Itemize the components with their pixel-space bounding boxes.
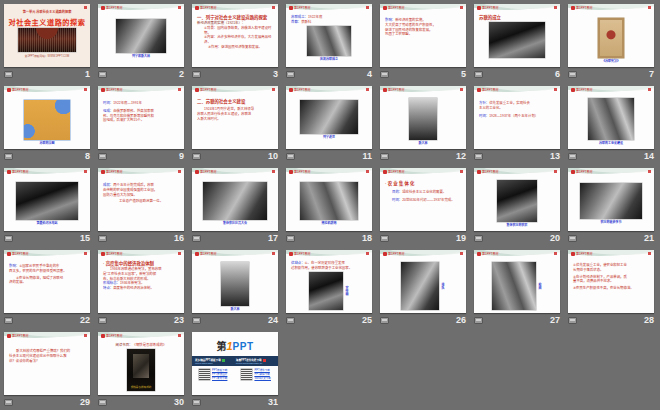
slideshow-icon[interactable] <box>474 317 483 324</box>
slideshow-icon[interactable] <box>380 317 389 324</box>
slideshow-icon[interactable] <box>380 235 389 242</box>
logo-text: 第1PPT素材 <box>12 252 29 256</box>
photo-caption: 苏联的工业化建设 <box>573 141 649 145</box>
slide-thumbnail[interactable]: 第1PPT素材拖拉机耕地 <box>286 168 372 231</box>
slide-thumbnail[interactable]: 第1PPT素材优缺点：①、在一定历史阶段里发挥过积极作用，使苏联跻身于工业化国家… <box>286 250 372 313</box>
slide-thumbnail[interactable]: 第1PPT素材列宁逝世 <box>286 86 372 149</box>
slide-thumbnail[interactable]: 第1PPT素材方针：优先发展重工业，实现社会主义的工业化。时间：1928—193… <box>474 86 560 149</box>
slide-thumbnail[interactable]: 第1PPT素材· 农 业 集 体 化目的：适应社会主义工业化的需要。时间：20世… <box>380 168 466 231</box>
corner-mark-icon <box>648 252 651 255</box>
slideshow-icon[interactable] <box>98 317 107 324</box>
slideshow-icon[interactable] <box>98 235 107 242</box>
slideshow-icon[interactable] <box>474 153 483 160</box>
slide-thumbnail[interactable]: 第1PPT素材第聂伯河水电站 <box>4 168 90 231</box>
logo-text: 第1PPT素材 <box>576 252 593 256</box>
slideshow-icon[interactable] <box>4 317 13 324</box>
slideshow-icon[interactable] <box>568 153 577 160</box>
brand-link[interactable]: Word范文下载 <box>254 377 271 381</box>
slide-thumbnail[interactable]: 第1PPT素材影响：①国家从农民手中拿走的东西太多，农民的生产积极性受到损害。②… <box>4 250 90 313</box>
brand-link[interactable]: PPT素材下载 <box>212 377 227 381</box>
slide-number: 16 <box>174 232 184 245</box>
logo-text: 第1PPT素材 <box>200 88 217 92</box>
slide-thumbnail[interactable]: 第1PPT素材一、列宁对社会主义建设道路的探索新经济政策的实施（1921年）：①… <box>192 4 278 67</box>
slide-cell: 第1PPT素材苏联成立：1922年底首都：莫斯科庆祝苏联成立4 <box>283 0 377 82</box>
slide-thumbnail[interactable]: 第1PPT素材斯大林 <box>192 250 278 313</box>
slideshow-icon[interactable] <box>192 153 201 160</box>
slide-thumbnail[interactable]: 第1PPT素材· 高度集中的经济政治体制1936年苏联通过新宪法，宣布苏联是“工… <box>98 250 184 313</box>
corner-mark-icon <box>366 252 369 255</box>
slide-thumbnail[interactable]: 第1PPT素材苏联的工业化建设 <box>568 86 654 149</box>
slideshow-icon[interactable] <box>4 235 13 242</box>
slideshow-icon[interactable] <box>98 153 107 160</box>
slideshow-icon[interactable] <box>192 399 201 406</box>
slide-text-line: 入斯大林时代。 <box>197 117 273 122</box>
slide-number: 24 <box>268 314 278 327</box>
logo-text: 第1PPT素材 <box>388 6 405 10</box>
slide-thumbnail[interactable]: 第1PPT素材阅读书目：《钢铁是怎样炼成的》钢铁是怎样炼成的 <box>98 332 184 395</box>
slideshow-icon[interactable] <box>4 399 13 406</box>
logo-flag-icon <box>195 252 199 256</box>
photo-caption: 斯大林 <box>385 141 461 145</box>
slide-text-line: 特点：高度集中的经济政治体制。 <box>103 286 179 291</box>
slide-thumbnail[interactable]: 第1PPT素材二、苏联的社会主义建设1924年1月列宁逝世，斯大林领导苏联人民进… <box>192 86 278 149</box>
photo-block: 宣传画 <box>291 272 367 310</box>
slide-thumbnail[interactable]: 第1PPT素材斯大林模式有哪些严重弊端？我们的社会主义现代化建设应从中吸取什么教… <box>4 332 90 395</box>
corner-mark-icon <box>554 252 557 255</box>
slide-thumbnail[interactable]: 第1PPT素材集体农庄的农民 <box>474 168 560 231</box>
slide-logo: 第1PPT素材 <box>7 88 29 92</box>
slide-thumbnail[interactable]: 第1PPT素材成就：两个五年计划完成后，苏联由传统的农业国变成强盛的工业国，国防… <box>98 168 184 231</box>
slide-thumbnail[interactable]: 第1PPT素材苏联成立：1922年底首都：莫斯科庆祝苏联成立 <box>286 4 372 67</box>
corner-mark-icon <box>648 88 651 91</box>
slide-thumbnail[interactable]: 第1PPT素材排队 <box>380 250 466 313</box>
slide-logo: 第1PPT素材 <box>195 252 217 256</box>
thumbnail-meta: 14 <box>568 150 654 163</box>
slide-logo: 第1PPT素材 <box>571 252 593 256</box>
slideshow-icon[interactable] <box>568 235 577 242</box>
slide-thumbnail[interactable]: 第1PPT素材集体农庄庄员大会 <box>192 168 278 231</box>
slide-thumbnail[interactable]: 第1PPT素材影响：新经济政策的实施，大大提高了劳动者的生产积极性，促进了国民经… <box>380 4 466 67</box>
slideshow-icon[interactable] <box>474 71 483 78</box>
slide-photo <box>300 100 358 134</box>
slideshow-icon[interactable] <box>286 71 295 78</box>
slide-cell: 第1PPT素材斯大林24 <box>189 246 283 328</box>
thumbnail-meta: 20 <box>474 232 560 245</box>
slide-thumbnail[interactable]: 第1PPT素材时间：1922年底—1991年组成：由俄罗斯联邦、外高加索联邦、乌… <box>98 86 184 149</box>
slideshow-icon[interactable] <box>568 317 577 324</box>
slide-thumbnail[interactable]: 第1PPT素材《苏联宪法》 <box>568 4 654 67</box>
slideshow-icon[interactable] <box>192 317 201 324</box>
slide-cell: 第1PPT素材拖拉机耕地18 <box>283 164 377 246</box>
thumbnail-meta: 21 <box>568 232 654 245</box>
slide-thumbnail[interactable]: 第1PPT素材苏联的成立 <box>474 4 560 67</box>
slide-thumbnail[interactable]: 第1PPT更多精品PPT模板下载WWW.1PPT.COM海量PPT课件免费下载W… <box>192 332 278 395</box>
slide-body: 集体农庄的农民 <box>474 168 560 229</box>
slideshow-icon[interactable] <box>286 153 295 160</box>
qr-code-icon <box>199 369 210 380</box>
slide-thumbnail[interactable]: 第1PPT素材①优先发展重工业，使农业和轻工业长期处于落后状态。②在计划经济体制… <box>568 250 654 313</box>
slide-thumbnail[interactable]: 第1PPT素材斯大林 <box>380 86 466 149</box>
slideshow-icon[interactable] <box>192 71 201 78</box>
slide-cell: 第1PPT素材影响：①国家从农民手中拿走的东西太多，农民的生产积极性受到损害。②… <box>1 246 95 328</box>
slide-number: 29 <box>80 396 90 409</box>
slideshow-icon[interactable] <box>568 71 577 78</box>
photo-block <box>479 22 555 58</box>
thumbnail-meta: 10 <box>192 150 278 163</box>
slide-thumbnail[interactable]: 第1PPT素材苏联的版图 <box>4 86 90 149</box>
slide-thumbnail[interactable]: 第1PPT素材检阅 <box>474 250 560 313</box>
slideshow-icon[interactable] <box>4 71 13 78</box>
slideshow-icon[interactable] <box>380 71 389 78</box>
slide-thumbnail[interactable]: 第1PPT素材农庄的收获季节 <box>568 168 654 231</box>
slide-thumbnail[interactable]: 第1PPT素材列宁和斯大林 <box>98 4 184 67</box>
text-segment: 组成： <box>103 109 113 113</box>
slideshow-icon[interactable] <box>286 317 295 324</box>
slideshow-icon[interactable] <box>380 153 389 160</box>
slide-logo: 第1PPT素材 <box>195 88 217 92</box>
slideshow-icon[interactable] <box>286 235 295 242</box>
slideshow-icon[interactable] <box>4 153 13 160</box>
photo-caption: 庆祝苏联成立 <box>291 57 367 61</box>
slideshow-icon[interactable] <box>474 235 483 242</box>
slideshow-icon[interactable] <box>98 399 107 406</box>
slideshow-icon[interactable] <box>192 235 201 242</box>
slide-logo: 第1PPT素材 <box>477 6 499 10</box>
slideshow-icon[interactable] <box>98 71 107 78</box>
slide-thumbnail[interactable]: 第一单元 苏联社会主义道路的探索对社会主义道路的探索第1PPT模板网站：WWW.… <box>4 4 90 67</box>
